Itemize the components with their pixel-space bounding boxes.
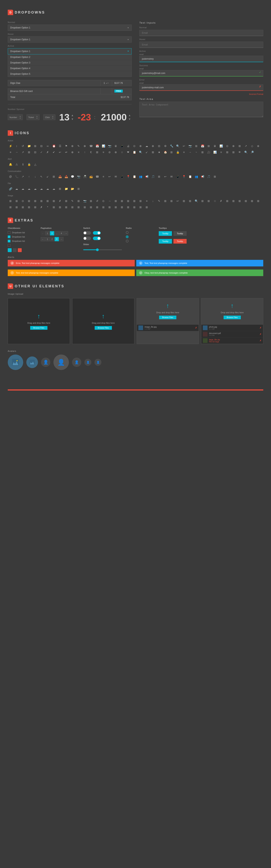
upload-box-4-inner[interactable]: ↑ Drop and drop files here Browse Files <box>201 298 263 323</box>
alert-icon-lock[interactable]: 🔒 <box>26 162 32 167</box>
image-icon[interactable]: ⊞ <box>20 205 26 210</box>
image-icon[interactable]: ⊞ <box>231 198 236 204</box>
dropdown-option-3[interactable]: Dropdown Option 4 <box>8 66 131 71</box>
tooltip-btn-dark[interactable]: Tooltip <box>174 231 187 236</box>
alert-icon-bell[interactable]: 🔔 <box>8 162 13 167</box>
action-icon[interactable]: ✗ <box>45 150 50 155</box>
action-icon[interactable]: 🖥 <box>212 143 217 149</box>
action-icon[interactable]: → <box>187 150 193 155</box>
action-icon[interactable]: ↩ <box>181 143 187 149</box>
checkbox-unchecked[interactable] <box>8 231 10 234</box>
comm-icon[interactable]: ⊞ <box>212 174 217 179</box>
page-p1[interactable]: 1 <box>45 237 50 241</box>
action-icon[interactable]: 👁 <box>237 150 242 155</box>
action-icon[interactable]: ☁ <box>144 143 149 149</box>
spinner-click[interactable]: Click ▲ ▼ <box>43 115 55 120</box>
radio-item-2[interactable] <box>126 236 155 238</box>
page-prev-1[interactable]: ← <box>41 231 45 236</box>
image-icon[interactable]: ⊞ <box>70 205 75 210</box>
upload-box-2[interactable]: ↑ Drag and drop files here Browse Files <box>72 298 134 344</box>
action-icon[interactable]: ✔ <box>51 150 57 155</box>
comm-icon[interactable]: 🎵 <box>206 174 211 179</box>
action-icon[interactable]: 📷 <box>107 143 112 149</box>
remove-icon-4[interactable]: ✗ <box>260 339 262 342</box>
action-icon[interactable]: 🔍 <box>243 150 248 155</box>
radio-unselected-1[interactable] <box>126 231 128 234</box>
image-icon[interactable]: ⊞ <box>39 198 44 204</box>
switch-off-1[interactable] <box>83 231 91 235</box>
action-icon[interactable]: 📅 <box>200 143 205 149</box>
image-icon[interactable]: 🔍 <box>193 198 199 204</box>
action-icon[interactable]: ⚑ <box>63 143 69 149</box>
file-icon[interactable]: ☁ <box>20 186 26 191</box>
checkbox-item-1[interactable]: Dropdown list <box>8 231 37 234</box>
action-icon[interactable]: ≡ <box>76 150 81 155</box>
image-icon[interactable]: ⊙ <box>20 198 26 204</box>
action-icon[interactable]: ⊗ <box>231 143 236 149</box>
image-icon[interactable]: ⊞ <box>132 205 137 210</box>
action-icon[interactable]: ↙ <box>144 150 149 155</box>
image-icon[interactable]: ⊞ <box>224 198 230 204</box>
checkbox-item-4[interactable] <box>8 244 37 247</box>
action-icon[interactable]: 🔍 <box>175 143 180 149</box>
comm-icon[interactable]: ☎ <box>94 174 100 179</box>
comm-icon[interactable]: ⊞ <box>51 174 57 179</box>
file-icon[interactable]: ☁ <box>32 186 38 191</box>
action-icon[interactable]: ⊗ <box>138 143 143 149</box>
image-icon[interactable]: ⊞ <box>119 205 125 210</box>
color-swatch-teal[interactable] <box>8 248 11 252</box>
checkbox-partial[interactable] <box>8 240 10 242</box>
image-icon[interactable]: ⊞ <box>32 205 38 210</box>
image-icon[interactable]: ⊞ <box>8 205 13 210</box>
image-icon[interactable]: ⊞ <box>45 198 50 204</box>
image-icon[interactable]: ⊞ <box>26 205 32 210</box>
action-icon[interactable]: 📊 <box>212 150 217 155</box>
comm-icon[interactable]: 🎵 <box>150 174 156 179</box>
dropdown-option-1[interactable]: Dropdown Option 2 <box>8 54 131 60</box>
action-icon[interactable]: 📅 <box>94 143 100 149</box>
comm-icon[interactable]: 📋 <box>187 174 193 179</box>
page-next-2[interactable]: → <box>59 237 63 241</box>
checkbox-item-2[interactable]: Dropdown list <box>8 236 37 238</box>
action-icon[interactable]: ✓ <box>39 150 44 155</box>
file-icon[interactable]: ☁ <box>39 186 44 191</box>
action-icon[interactable]: ⊕ <box>70 143 75 149</box>
dropdown-normal-trigger[interactable]: Dropdown Option 1 ▼ <box>8 25 132 31</box>
action-icon[interactable]: 📁 <box>26 143 32 149</box>
action-icon[interactable]: ~ <box>193 150 199 155</box>
image-icon[interactable]: ⊞ <box>51 198 57 204</box>
upload-box-3-inner[interactable]: ↑ Drop and drop files here Browse Files <box>137 298 199 323</box>
remove-icon-3[interactable]: ✗ <box>260 333 262 336</box>
switch-off-2[interactable] <box>83 237 91 240</box>
dropdown-active-trigger[interactable]: Dropdown Option 1 ▲ <box>8 48 132 54</box>
remove-icon-1[interactable]: ✗ <box>195 327 197 329</box>
action-icon[interactable]: ⊞ <box>150 150 156 155</box>
upload-browse-btn-2[interactable]: Browse Files <box>95 326 112 330</box>
page-4[interactable]: 4 <box>59 231 63 236</box>
image-icon[interactable]: ⊞ <box>107 205 112 210</box>
comm-icon[interactable]: 📱 <box>175 174 180 179</box>
image-icon[interactable]: ⊞ <box>138 205 143 210</box>
comm-icon[interactable]: 💬 <box>70 174 75 179</box>
comm-icon[interactable]: ↗ <box>20 174 26 179</box>
action-icon[interactable]: ⊞ <box>32 143 38 149</box>
action-icon[interactable]: ↕ <box>14 143 19 149</box>
image-icon[interactable]: ⊞ <box>169 198 174 204</box>
action-icon[interactable]: ⊗ <box>82 143 88 149</box>
upload-browse-btn-3[interactable]: Browse Files <box>159 316 176 319</box>
image-icon[interactable]: ⊞ <box>88 205 94 210</box>
alert-icon-triangle[interactable]: △ <box>32 162 38 167</box>
slider-track[interactable] <box>83 249 122 250</box>
dropdown-normal[interactable]: Dropdown Option 1 ▼ <box>8 25 132 31</box>
spinner-down[interactable]: ▼ <box>52 117 54 119</box>
alert-icon-warning[interactable]: ⚠ <box>14 162 19 167</box>
color-swatch-red[interactable] <box>18 248 22 252</box>
spinner-click-arrows[interactable]: ▲ ▼ <box>52 115 54 119</box>
alert-icon-info[interactable]: ℹ <box>20 162 26 167</box>
page-p3[interactable]: 3 <box>55 237 59 241</box>
radio-selected[interactable] <box>126 236 128 238</box>
action-icon[interactable]: ⊞ <box>237 143 242 149</box>
comm-icon[interactable]: ⊞ <box>156 174 162 179</box>
image-icon[interactable]: ⊞ <box>76 198 81 204</box>
image-icon[interactable]: ↓ <box>150 198 156 204</box>
